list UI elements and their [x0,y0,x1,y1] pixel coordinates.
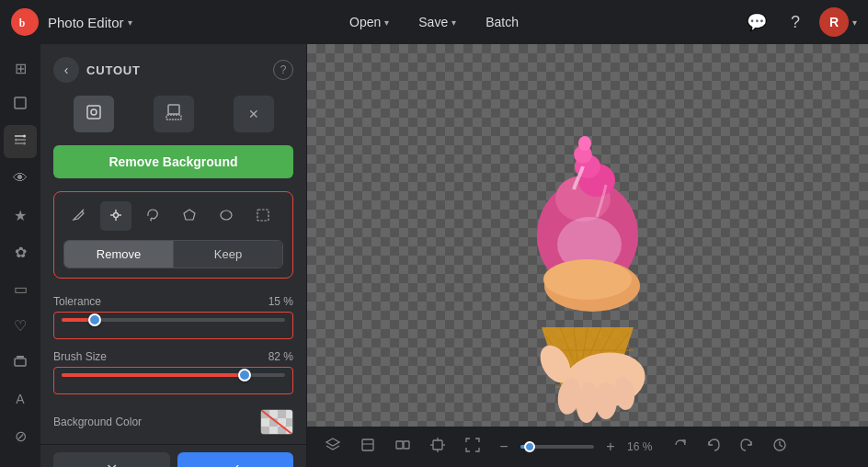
expand-toolbar-btn[interactable] [388,432,417,461]
sidebar-view-btn[interactable]: 👁 [4,162,37,195]
sidebar-retouch-btn[interactable]: ✿ [4,235,37,268]
keep-btn[interactable]: Keep [174,241,282,268]
layers-icon [13,353,28,371]
crop-toolbar-btn[interactable] [353,432,383,461]
sidebar-text-btn[interactable]: A [4,382,37,416]
bg-color-swatch[interactable] [260,409,293,435]
redo-btn[interactable] [732,432,761,461]
flower-icon: ✿ [15,244,27,261]
lasso-icon [145,208,160,225]
sidebar-canvas-btn[interactable]: ⊞ [4,51,37,85]
remove-btn[interactable]: Remove [64,241,174,268]
svg-point-6 [23,142,26,145]
svg-point-5 [15,139,17,142]
svg-rect-27 [286,410,293,418]
brush-tool-btn[interactable] [63,201,95,231]
plus-icon: + [606,439,614,455]
svg-point-61 [595,382,617,419]
zoom-slider[interactable] [520,445,594,449]
star-icon: ★ [14,207,27,224]
help-button[interactable]: ? [781,7,810,37]
svg-point-21 [221,211,232,220]
canvas-viewport[interactable] [307,44,868,427]
svg-marker-63 [326,439,339,446]
tolerance-thumb[interactable] [88,313,101,326]
maximize-icon [464,437,481,457]
tolerance-slider-container [53,312,293,339]
brush-size-thumb[interactable] [238,369,251,382]
sidebar-layers-btn[interactable] [4,346,37,379]
rect-select-tool-btn[interactable] [247,201,279,231]
icon-sidebar: ⊞ 👁 ★ ✿ ▭ ♡ [0,44,40,467]
ellipse-tool-btn[interactable] [211,201,242,231]
remove-background-button[interactable]: Remove Background [53,145,293,178]
cutout-tool-icons: ✕ [40,92,306,142]
svg-point-56 [543,259,632,300]
cancel-button[interactable]: ✕ [53,452,170,467]
svg-rect-1 [15,97,26,108]
app-name-label: Photo Editor [48,15,124,30]
maximize-toolbar-btn[interactable] [458,432,487,461]
app-name-group[interactable]: Photo Editor ▾ [48,15,132,30]
pen-icon [72,208,86,225]
fit-icon [429,437,446,457]
polygon-tool-btn[interactable] [174,201,205,231]
sidebar-effects-btn[interactable]: ★ [4,199,37,232]
magic-tool-btn[interactable] [100,201,131,231]
brush-size-label-row: Brush Size 82 % [53,350,293,363]
svg-rect-32 [261,427,269,435]
feedback-icon: 💬 [747,12,767,32]
sidebar-favorites-btn[interactable]: ♡ [4,309,37,342]
zoom-slider-thumb [524,441,535,452]
svg-rect-68 [433,440,442,450]
confirm-button[interactable]: ✓ [177,452,294,467]
zoom-minus-btn[interactable]: − [493,436,515,458]
minus-icon: − [499,439,508,455]
sidebar-crop-btn[interactable] [4,88,37,121]
cutout-close-btn[interactable]: ✕ [234,96,274,132]
tools-box: Remove Keep [53,191,293,279]
nav-open[interactable]: Open ▾ [337,9,402,35]
canvas-area: − + 16 % [307,44,868,467]
fit-all-icon [672,437,689,457]
sidebar-cutout-btn[interactable]: ⊘ [4,419,37,452]
undo-btn[interactable] [699,432,728,461]
undo-icon [705,437,722,457]
svg-rect-22 [257,210,268,221]
rect-select-icon [256,208,270,225]
history-icon [771,437,788,457]
fit-toolbar-btn[interactable] [423,432,452,461]
nav-save[interactable]: Save ▾ [405,9,469,35]
user-avatar-group[interactable]: R ▾ [819,7,857,37]
nav-batch[interactable]: Batch [473,9,531,35]
svg-rect-31 [286,418,293,427]
crop-icon [13,96,28,114]
view-icon: 👁 [13,170,28,187]
cutout-move-btn[interactable] [154,96,194,132]
svg-point-7 [23,135,26,138]
layers-toolbar-btn[interactable] [318,432,348,461]
panel-back-button[interactable]: ‹ [53,57,79,83]
lasso-tool-btn[interactable] [137,201,168,231]
panel-actions: ✕ ✓ [40,444,306,467]
topbar-nav: Open ▾ Save ▾ Batch [337,9,531,35]
smart-select-btn[interactable] [74,96,114,132]
brush-size-value: 82 % [268,350,293,363]
history-btn[interactable] [765,432,794,461]
redo-icon [738,437,755,457]
svg-rect-67 [404,441,409,449]
sidebar-frames-btn[interactable]: ▭ [4,272,37,305]
feedback-button[interactable]: 💬 [742,7,771,37]
panel-help-button[interactable]: ? [273,60,293,80]
sidebar-adjust-btn[interactable] [4,125,37,158]
zoom-label: 16 % [627,440,660,453]
remove-keep-toggle: Remove Keep [63,240,283,268]
panel: ‹ CUTOUT ? ✕ Remove Backgr [40,44,307,467]
back-icon: ‹ [64,63,69,77]
brush-size-section: Brush Size 82 % [40,348,306,404]
brush-size-label: Brush Size [53,350,107,363]
adjust-icon [13,132,28,151]
zoom-plus-btn[interactable]: + [600,436,622,458]
svg-rect-66 [396,441,403,449]
fit-all-btn[interactable] [666,432,695,461]
